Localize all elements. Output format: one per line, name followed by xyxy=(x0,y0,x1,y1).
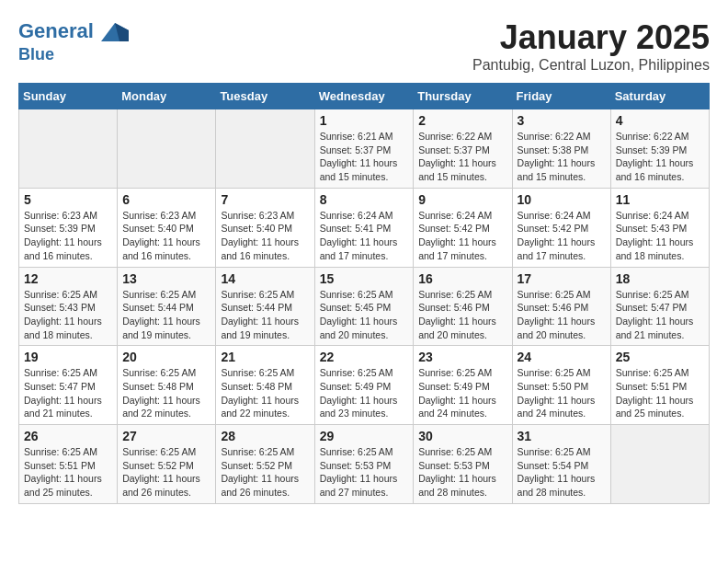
day-info: Sunrise: 6:25 AM Sunset: 5:49 PM Dayligh… xyxy=(320,366,409,420)
day-number: 10 xyxy=(518,192,606,207)
weekday-header: Friday xyxy=(512,84,610,109)
day-info: Sunrise: 6:23 AM Sunset: 5:40 PM Dayligh… xyxy=(221,209,309,263)
day-info: Sunrise: 6:25 AM Sunset: 5:48 PM Dayligh… xyxy=(221,366,309,420)
day-info: Sunrise: 6:25 AM Sunset: 5:50 PM Dayligh… xyxy=(518,366,606,420)
day-number: 8 xyxy=(320,192,409,207)
day-number: 28 xyxy=(221,429,309,443)
calendar-cell: 4Sunrise: 6:22 AM Sunset: 5:39 PM Daylig… xyxy=(610,109,709,189)
day-number: 27 xyxy=(122,429,210,443)
calendar-cell: 27Sunrise: 6:25 AM Sunset: 5:52 PM Dayli… xyxy=(118,425,216,504)
calendar-cell: 9Sunrise: 6:24 AM Sunset: 5:42 PM Daylig… xyxy=(414,188,512,267)
calendar-cell: 18Sunrise: 6:25 AM Sunset: 5:47 PM Dayli… xyxy=(610,267,709,346)
calendar-cell: 14Sunrise: 6:25 AM Sunset: 5:44 PM Dayli… xyxy=(216,267,314,346)
logo-line1: General xyxy=(18,19,94,42)
day-info: Sunrise: 6:25 AM Sunset: 5:45 PM Dayligh… xyxy=(320,288,409,342)
day-number: 23 xyxy=(418,350,506,364)
calendar-cell: 1Sunrise: 6:21 AM Sunset: 5:37 PM Daylig… xyxy=(314,109,414,189)
calendar-table: SundayMondayTuesdayWednesdayThursdayFrid… xyxy=(18,83,710,504)
weekday-header: Tuesday xyxy=(216,84,314,109)
title-block: January 2025 Pantubig, Central Luzon, Ph… xyxy=(472,18,710,74)
weekday-header: Sunday xyxy=(19,84,118,109)
calendar-cell: 12Sunrise: 6:25 AM Sunset: 5:43 PM Dayli… xyxy=(19,267,118,346)
calendar-cell: 25Sunrise: 6:25 AM Sunset: 5:51 PM Dayli… xyxy=(610,346,709,425)
calendar-cell: 29Sunrise: 6:25 AM Sunset: 5:53 PM Dayli… xyxy=(314,425,414,504)
calendar-cell: 6Sunrise: 6:23 AM Sunset: 5:40 PM Daylig… xyxy=(118,188,216,267)
day-number: 16 xyxy=(418,271,506,286)
calendar-cell: 26Sunrise: 6:25 AM Sunset: 5:51 PM Dayli… xyxy=(19,425,118,504)
calendar-cell: 8Sunrise: 6:24 AM Sunset: 5:41 PM Daylig… xyxy=(314,188,414,267)
calendar-week-row: 1Sunrise: 6:21 AM Sunset: 5:37 PM Daylig… xyxy=(19,109,710,189)
day-number: 13 xyxy=(122,271,210,286)
calendar-cell: 13Sunrise: 6:25 AM Sunset: 5:44 PM Dayli… xyxy=(118,267,216,346)
logo-icon xyxy=(101,18,129,46)
weekday-header: Wednesday xyxy=(314,84,414,109)
day-number: 24 xyxy=(518,350,606,364)
calendar-week-row: 12Sunrise: 6:25 AM Sunset: 5:43 PM Dayli… xyxy=(19,267,710,346)
day-number: 7 xyxy=(221,192,309,207)
day-info: Sunrise: 6:22 AM Sunset: 5:37 PM Dayligh… xyxy=(418,130,506,184)
logo-text: General xyxy=(18,18,129,46)
day-info: Sunrise: 6:24 AM Sunset: 5:43 PM Dayligh… xyxy=(616,209,704,263)
calendar-cell: 30Sunrise: 6:25 AM Sunset: 5:53 PM Dayli… xyxy=(414,425,512,504)
day-info: Sunrise: 6:25 AM Sunset: 5:44 PM Dayligh… xyxy=(221,288,309,342)
day-number: 2 xyxy=(418,113,506,128)
weekday-header: Thursday xyxy=(414,84,512,109)
calendar-week-row: 19Sunrise: 6:25 AM Sunset: 5:47 PM Dayli… xyxy=(19,346,710,425)
calendar-cell xyxy=(610,425,709,504)
day-info: Sunrise: 6:25 AM Sunset: 5:46 PM Dayligh… xyxy=(518,288,606,342)
calendar-week-row: 5Sunrise: 6:23 AM Sunset: 5:39 PM Daylig… xyxy=(19,188,710,267)
day-info: Sunrise: 6:23 AM Sunset: 5:40 PM Dayligh… xyxy=(122,209,210,263)
calendar-cell: 31Sunrise: 6:25 AM Sunset: 5:54 PM Dayli… xyxy=(512,425,610,504)
calendar-cell: 2Sunrise: 6:22 AM Sunset: 5:37 PM Daylig… xyxy=(414,109,512,189)
calendar-cell xyxy=(216,109,314,189)
logo: General Blue xyxy=(18,18,129,64)
day-number: 20 xyxy=(122,350,210,364)
calendar-cell: 23Sunrise: 6:25 AM Sunset: 5:49 PM Dayli… xyxy=(414,346,512,425)
day-info: Sunrise: 6:22 AM Sunset: 5:39 PM Dayligh… xyxy=(616,130,704,184)
day-info: Sunrise: 6:25 AM Sunset: 5:47 PM Dayligh… xyxy=(616,288,704,342)
calendar-subtitle: Pantubig, Central Luzon, Philippines xyxy=(472,57,710,74)
day-number: 25 xyxy=(616,350,704,364)
logo-line2: Blue xyxy=(18,46,129,64)
day-number: 26 xyxy=(24,429,112,443)
day-number: 5 xyxy=(24,192,112,207)
day-number: 21 xyxy=(221,350,309,364)
day-number: 22 xyxy=(320,350,409,364)
day-number: 17 xyxy=(518,271,606,286)
weekday-header: Monday xyxy=(118,84,216,109)
calendar-cell: 5Sunrise: 6:23 AM Sunset: 5:39 PM Daylig… xyxy=(19,188,118,267)
page-header: General Blue January 2025 Pantubig, Cent… xyxy=(18,18,710,74)
day-info: Sunrise: 6:25 AM Sunset: 5:48 PM Dayligh… xyxy=(122,366,210,420)
day-info: Sunrise: 6:25 AM Sunset: 5:53 PM Dayligh… xyxy=(320,445,409,500)
day-info: Sunrise: 6:25 AM Sunset: 5:51 PM Dayligh… xyxy=(24,445,112,500)
calendar-cell: 16Sunrise: 6:25 AM Sunset: 5:46 PM Dayli… xyxy=(414,267,512,346)
day-number: 4 xyxy=(616,113,704,128)
day-info: Sunrise: 6:23 AM Sunset: 5:39 PM Dayligh… xyxy=(24,209,112,263)
day-number: 14 xyxy=(221,271,309,286)
calendar-cell: 20Sunrise: 6:25 AM Sunset: 5:48 PM Dayli… xyxy=(118,346,216,425)
calendar-week-row: 26Sunrise: 6:25 AM Sunset: 5:51 PM Dayli… xyxy=(19,425,710,504)
day-info: Sunrise: 6:25 AM Sunset: 5:54 PM Dayligh… xyxy=(518,445,606,500)
calendar-cell: 22Sunrise: 6:25 AM Sunset: 5:49 PM Dayli… xyxy=(314,346,414,425)
day-info: Sunrise: 6:21 AM Sunset: 5:37 PM Dayligh… xyxy=(320,130,409,184)
calendar-cell: 3Sunrise: 6:22 AM Sunset: 5:38 PM Daylig… xyxy=(512,109,610,189)
calendar-cell: 24Sunrise: 6:25 AM Sunset: 5:50 PM Dayli… xyxy=(512,346,610,425)
calendar-cell: 15Sunrise: 6:25 AM Sunset: 5:45 PM Dayli… xyxy=(314,267,414,346)
day-info: Sunrise: 6:25 AM Sunset: 5:43 PM Dayligh… xyxy=(24,288,112,342)
calendar-cell: 11Sunrise: 6:24 AM Sunset: 5:43 PM Dayli… xyxy=(610,188,709,267)
day-info: Sunrise: 6:25 AM Sunset: 5:52 PM Dayligh… xyxy=(221,445,309,500)
day-info: Sunrise: 6:25 AM Sunset: 5:47 PM Dayligh… xyxy=(24,366,112,420)
calendar-title: January 2025 xyxy=(472,18,710,57)
calendar-cell: 17Sunrise: 6:25 AM Sunset: 5:46 PM Dayli… xyxy=(512,267,610,346)
calendar-cell: 21Sunrise: 6:25 AM Sunset: 5:48 PM Dayli… xyxy=(216,346,314,425)
day-number: 29 xyxy=(320,429,409,443)
weekday-header: Saturday xyxy=(610,84,709,109)
day-info: Sunrise: 6:24 AM Sunset: 5:42 PM Dayligh… xyxy=(418,209,506,263)
day-number: 3 xyxy=(518,113,606,128)
day-info: Sunrise: 6:25 AM Sunset: 5:46 PM Dayligh… xyxy=(418,288,506,342)
day-number: 12 xyxy=(24,271,112,286)
day-info: Sunrise: 6:25 AM Sunset: 5:52 PM Dayligh… xyxy=(122,445,210,500)
calendar-cell: 10Sunrise: 6:24 AM Sunset: 5:42 PM Dayli… xyxy=(512,188,610,267)
day-number: 1 xyxy=(320,113,409,128)
day-info: Sunrise: 6:24 AM Sunset: 5:41 PM Dayligh… xyxy=(320,209,409,263)
